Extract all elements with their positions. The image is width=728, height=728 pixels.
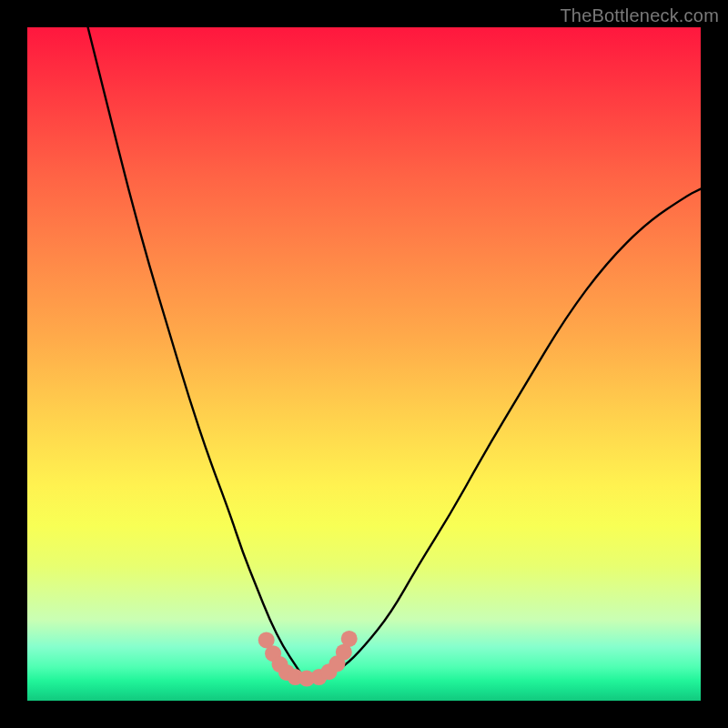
plot-area [27,27,701,701]
chart-frame: TheBottleneck.com [0,0,728,728]
trough-dot [341,631,358,647]
curves-svg [27,27,701,701]
trough-dots [258,631,358,687]
watermark-text: TheBottleneck.com [560,5,719,26]
main-curve [88,27,701,678]
